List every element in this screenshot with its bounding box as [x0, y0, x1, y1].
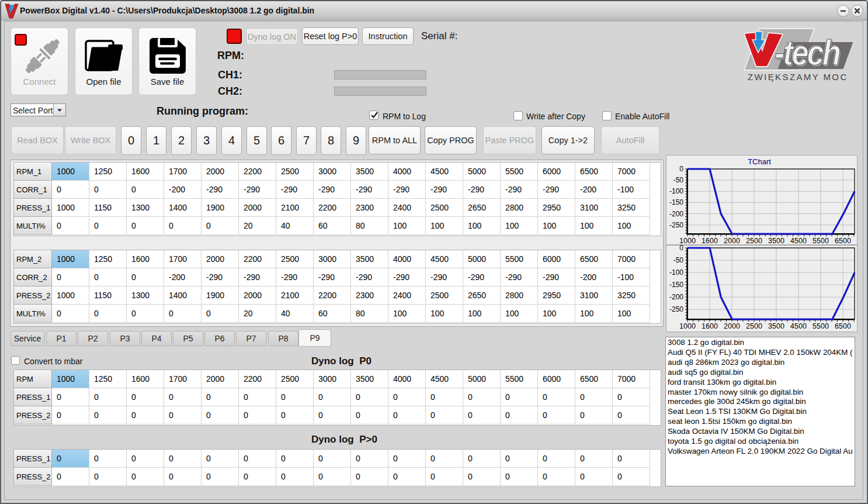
svg-text:1000: 1000 — [679, 322, 696, 330]
svg-text:3500: 3500 — [768, 237, 784, 245]
svg-text:6500: 6500 — [835, 322, 851, 330]
svg-text:-50: -50 — [673, 256, 684, 264]
svg-text:-100: -100 — [669, 268, 683, 277]
svg-text:6500: 6500 — [835, 237, 851, 245]
svg-text:-250: -250 — [669, 305, 683, 313]
svg-text:2000: 2000 — [724, 237, 740, 245]
svg-text:-150: -150 — [669, 281, 683, 289]
svg-text:2500: 2500 — [746, 322, 762, 330]
svg-text:4500: 4500 — [790, 322, 807, 330]
svg-text:5500: 5500 — [813, 237, 829, 245]
svg-text:1000: 1000 — [679, 237, 696, 245]
svg-text:-200: -200 — [669, 293, 683, 301]
svg-text:-50: -50 — [673, 176, 684, 184]
svg-text:3500: 3500 — [768, 322, 784, 330]
svg-text:1600: 1600 — [702, 237, 718, 245]
svg-text:2500: 2500 — [746, 237, 762, 245]
svg-text:0: 0 — [679, 245, 683, 252]
svg-text:-100: -100 — [669, 187, 683, 195]
svg-text:2000: 2000 — [724, 322, 740, 330]
svg-text:-200: -200 — [669, 210, 683, 218]
svg-text:5500: 5500 — [813, 322, 829, 330]
svg-text:-150: -150 — [669, 198, 683, 206]
svg-text:4500: 4500 — [790, 237, 807, 245]
svg-text:0: 0 — [679, 165, 683, 173]
svg-text:-250: -250 — [669, 221, 683, 229]
svg-text:1600: 1600 — [702, 322, 718, 330]
svg-text:TChart: TChart — [748, 157, 771, 166]
